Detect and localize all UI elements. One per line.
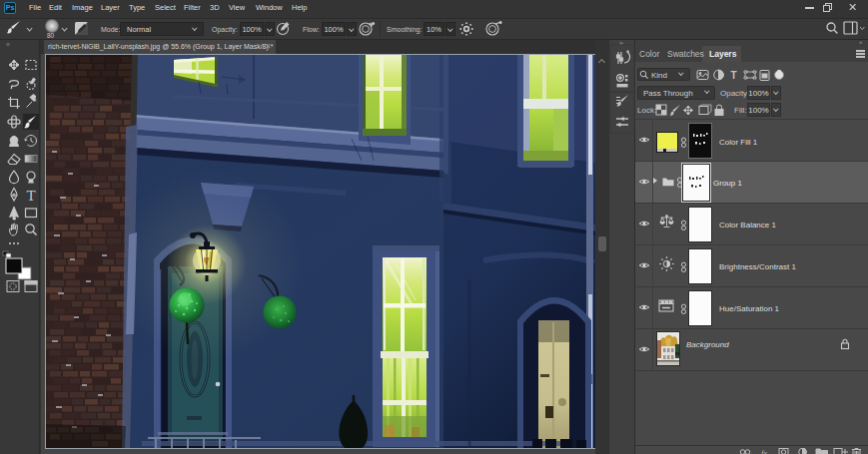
svg-text:80: 80 [47, 32, 55, 39]
svg-text:T: T [26, 188, 35, 204]
svg-text:T: T [731, 70, 737, 81]
svg-text:fx: fx [761, 448, 767, 454]
